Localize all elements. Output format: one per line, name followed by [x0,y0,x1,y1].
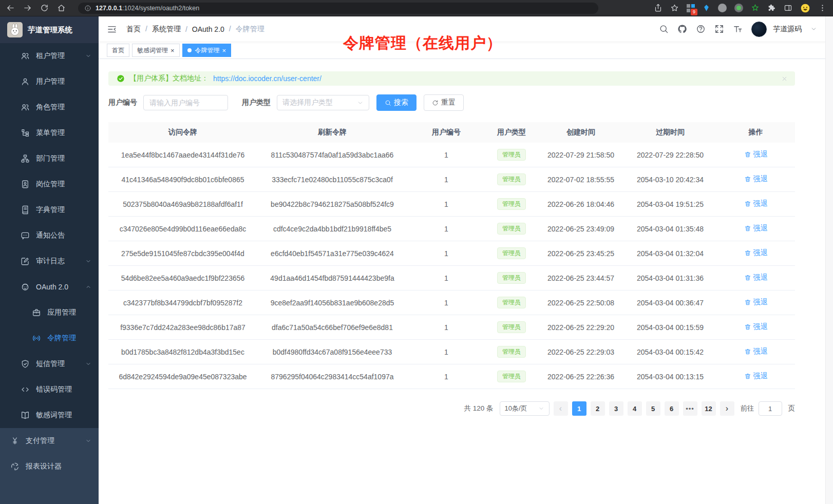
profile-avatar[interactable] [800,3,810,13]
sidebar-item-oauth2-token[interactable]: 令牌管理 [0,325,99,351]
force-logout-button[interactable]: 强退 [744,224,768,233]
chevron-down-icon [85,438,91,444]
force-logout-button[interactable]: 强退 [744,199,768,208]
share-icon[interactable] [654,4,662,12]
breadcrumb-item[interactable]: OAuth 2.0 [181,25,224,33]
force-logout-button[interactable]: 强退 [744,347,768,356]
grid-extension-icon[interactable]: 9 [687,4,695,12]
page-button[interactable]: 4 [628,401,642,416]
address-bar[interactable]: 127.0.0.1:1024/system/oauth2/token [78,3,598,14]
sidebar-item-dept[interactable]: 部门管理 [0,146,99,171]
breadcrumb-item[interactable]: 令牌管理 [224,25,264,34]
browser-menu-icon[interactable] [818,4,827,12]
robot-icon [21,282,30,292]
browser-forward-icon[interactable] [23,4,32,12]
extensions-puzzle-icon[interactable] [767,4,776,12]
url-host: 127.0.0.1 [96,5,122,12]
page-button[interactable]: 6 [665,401,679,416]
user-id-input[interactable] [143,95,228,110]
actions-cell: 强退 [716,273,795,283]
page-button[interactable]: 5 [646,401,660,416]
sidebar-item-oauth2-app[interactable]: 应用管理 [0,300,99,325]
sidebar-item-label: 短信管理 [36,359,85,369]
page-size-select[interactable]: 10条/页 [500,401,550,416]
page-button[interactable]: ••• [683,401,697,416]
tab-sensitive-word[interactable]: 敏感词管理 × [132,44,180,57]
tab-close-icon[interactable]: × [171,47,175,54]
sidebar-item-user[interactable]: 用户管理 [0,69,99,94]
user-type-badge: 管理员 [497,297,526,308]
browser-back-icon[interactable] [6,4,15,12]
user-type-badge: 管理员 [497,198,526,210]
app-logo[interactable]: 芋道管理系统 [0,16,99,43]
page-button[interactable]: 1 [572,401,586,416]
sidebar-item-error-code[interactable]: 错误码管理 [0,377,99,402]
actions-cell: 强退 [716,248,795,258]
fullscreen-icon[interactable] [714,24,724,34]
breadcrumb-item[interactable]: 系统管理 [141,25,181,34]
force-logout-button[interactable]: 强退 [744,150,768,159]
sidebar-item-report-designer[interactable]: 报表设计器 [0,454,99,479]
column-header: 刷新令牌 [257,128,407,137]
user-avatar[interactable] [751,22,767,37]
browser-reload-icon[interactable] [40,4,49,12]
sidebar-item-label: 令牌管理 [47,334,91,343]
browser-home-icon[interactable] [57,4,66,12]
sidebar-item-label: 用户管理 [36,77,91,86]
user-menu-caret-icon[interactable] [810,26,817,32]
table-row: c347026e805e4d99b0d116eae66eda8c cdfc4ce… [108,217,795,241]
user-id-cell: 1 [407,348,485,356]
sidebar-item-notice[interactable]: 通知公告 [0,223,99,248]
sidebar-item-role[interactable]: 角色管理 [0,94,99,120]
star-extension-icon[interactable] [751,4,760,12]
sidebar-item-oauth2[interactable]: OAuth 2.0 [0,274,99,300]
sidebar-item-menu[interactable]: 菜单管理 [0,120,99,146]
page-button[interactable]: 12 [702,401,716,416]
github-icon[interactable] [677,24,687,34]
search-icon[interactable] [659,24,669,34]
sidebar-item-sms[interactable]: 短信管理 [0,351,99,377]
created-time-cell: 2022-06-25 22:50:08 [538,299,624,307]
username[interactable]: 芋道源码 [773,25,802,34]
force-logout-button[interactable]: 强退 [744,248,768,258]
side-panel-icon[interactable] [784,4,792,12]
gem-extension-icon[interactable] [703,4,710,12]
user-type-select[interactable]: 请选择用户类型 [277,95,369,110]
page-button[interactable]: 3 [609,401,623,416]
sidebar-collapse-icon[interactable] [107,24,117,34]
bookmark-star-icon[interactable] [670,4,679,12]
dot-extension-icon[interactable] [734,4,743,12]
sidebar-item-post[interactable]: 岗位管理 [0,171,99,197]
font-size-icon[interactable] [733,24,743,34]
actions-cell: 强退 [716,322,795,332]
reset-button[interactable]: 重置 [424,94,464,111]
page-scrollbar[interactable] [825,16,833,504]
sidebar-item-audit-log[interactable]: 审计日志 [0,248,99,274]
force-logout-button[interactable]: 强退 [744,322,768,332]
sidebar-item-dict[interactable]: 字典管理 [0,197,99,223]
search-button[interactable]: 搜索 [376,94,416,111]
circle-extension-icon[interactable] [718,4,727,12]
message-icon [21,231,30,240]
sidebar-item-label: 菜单管理 [36,128,91,138]
tab-home[interactable]: 首页 × [107,44,129,57]
goto-page-input[interactable] [759,401,782,416]
help-icon[interactable] [696,24,706,34]
prev-page-button[interactable]: ‹ [554,401,568,416]
sidebar-item-sensitive-word[interactable]: 敏感词管理 [0,402,99,428]
force-logout-button[interactable]: 强退 [744,298,768,307]
breadcrumb-item[interactable]: 首页 [126,25,141,34]
alert-close-icon[interactable] [781,75,788,82]
doc-link[interactable]: https://doc.iocoder.cn/user-center/ [213,74,321,83]
sidebar-item-pay[interactable]: 支付管理 [0,428,99,454]
force-logout-button[interactable]: 强退 [744,372,768,381]
tab-close-icon[interactable]: × [222,47,226,54]
extension-badge: 9 [691,9,697,15]
next-page-button[interactable]: › [720,401,734,416]
site-info-icon[interactable] [84,5,91,12]
force-logout-button[interactable]: 强退 [744,175,768,184]
force-logout-button[interactable]: 强退 [744,273,768,282]
page-button[interactable]: 2 [591,401,605,416]
sidebar-item-tenant[interactable]: 租户管理 [0,43,99,69]
tab-token[interactable]: 令牌管理 × [182,44,232,57]
